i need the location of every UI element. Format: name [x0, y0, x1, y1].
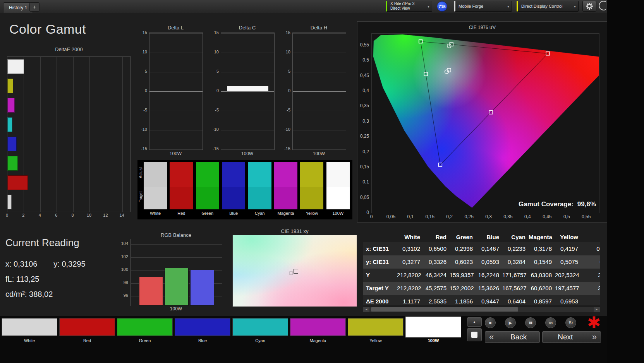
axis-tick-label: -5	[287, 108, 290, 112]
gridline	[293, 130, 346, 130]
pattern-swatch-label: White	[2, 338, 57, 343]
back-button[interactable]: « Back	[485, 331, 540, 343]
axis-tick-label: 5	[216, 69, 219, 74]
window-mode-button[interactable]	[467, 328, 482, 341]
deltae-bar-magenta	[7, 98, 15, 113]
axis-tick-label: 0	[288, 88, 290, 93]
double-chevron-left-icon: «	[485, 332, 498, 342]
gridline	[293, 53, 346, 53]
gridline	[149, 33, 203, 34]
display-control-dropdown[interactable]: Direct Display Control ▾	[517, 1, 579, 12]
x-axis: 00,050,10,150,20,250,30,350,40,450,50,55	[371, 214, 604, 220]
swatch-column-blue: Blue	[222, 160, 245, 219]
scrollbar-thumb[interactable]	[371, 307, 518, 312]
meter-dropdown[interactable]: X-Rite i1Pro 3 Direct View ▾	[386, 1, 432, 12]
axis-tick-label: 0,15	[360, 164, 369, 170]
x-axis-label: 100W	[149, 151, 202, 156]
axis-tick-label: 0,25	[464, 214, 473, 219]
deltae-plot-area	[7, 57, 131, 212]
gridline	[106, 57, 106, 212]
pattern-source-dropdown[interactable]: Mobile Forge ▾	[454, 1, 512, 12]
table-row: y: CIE310,32770,33260,60230,05930,32840,…	[363, 255, 600, 269]
axis-tick-label: 0	[216, 88, 219, 93]
plot-area	[149, 33, 203, 150]
swatch-column-yellow: Yellow	[300, 160, 323, 219]
axis-tick-label: 0,35	[360, 103, 369, 108]
deltae-bar-blue	[7, 137, 17, 151]
notification-asterisk-icon[interactable]: ✱	[587, 313, 601, 332]
pattern-swatch-magenta[interactable]	[290, 318, 346, 336]
gridline	[73, 57, 74, 212]
axis-tick-label: 15	[286, 30, 290, 35]
settings-button[interactable]	[582, 1, 596, 12]
target-swatch	[144, 187, 167, 209]
pattern-swatch-label: 100W	[405, 338, 461, 343]
y-axis: 151050-5-10-15	[211, 33, 220, 149]
table-scrollbar[interactable]: ◄ ►	[363, 306, 600, 312]
scroll-left-icon[interactable]: ◄	[363, 307, 369, 312]
axis-tick-label: -15	[141, 146, 147, 151]
scroll-right-icon[interactable]: ►	[594, 307, 600, 312]
swatch-column-white: White	[144, 160, 167, 219]
gridline	[221, 72, 274, 72]
gridline	[122, 57, 123, 212]
column-header: Blue	[476, 232, 502, 242]
clipped-profile-button[interactable]	[599, 1, 606, 12]
axis-tick-label: 0	[366, 210, 369, 215]
table-cell: 0,9447	[476, 295, 502, 305]
chevron-down-icon: ▾	[425, 4, 432, 9]
app-window: History 1 + X-Rite i1Pro 3 Direct View ▾…	[0, 0, 607, 363]
axis-tick-label: 0,45	[543, 214, 551, 219]
pattern-swatch-yellow[interactable]	[348, 318, 404, 336]
pattern-swatch-blue[interactable]	[175, 318, 230, 336]
axis-tick-label: -10	[284, 127, 290, 132]
chromaticity-plot	[371, 33, 599, 213]
row-label: Target Y	[363, 282, 397, 295]
continuous-read-button[interactable]: ∞	[545, 317, 556, 328]
axis-tick-label: 10	[214, 50, 219, 54]
gridline	[131, 244, 222, 245]
table-cell: 0,6500	[423, 242, 450, 255]
pattern-swatch-white[interactable]	[2, 318, 57, 336]
axis-tick-label: -15	[284, 146, 290, 151]
rgb-balance-chart: RGB Balance 1041021009896 100W	[117, 232, 222, 313]
table-cell: 0,4197	[555, 242, 581, 255]
table-cell: 159,9357	[450, 269, 476, 282]
swatch-column-100w: 100W	[326, 160, 350, 219]
next-button[interactable]: Next »	[542, 331, 601, 343]
chevron-down-icon: ▾	[572, 4, 578, 9]
pattern-swatch-cyan[interactable]	[232, 318, 288, 336]
collapse-button[interactable]: ▲	[467, 317, 482, 327]
swatch-label: Cyan	[248, 211, 271, 216]
tab-history-1[interactable]: History 1	[3, 2, 33, 13]
actual-swatch	[326, 162, 350, 187]
play-button[interactable]: ▶	[505, 317, 516, 328]
table-cell: 2,	[581, 295, 600, 305]
pause-button[interactable]: ▮▮	[525, 317, 536, 328]
actual-swatch	[274, 162, 297, 187]
pattern-swatch-green[interactable]	[117, 318, 173, 336]
x-axis-label: 100W	[131, 306, 222, 312]
table-cell: 212,8202	[397, 282, 423, 295]
deltae-bar-red	[7, 175, 28, 190]
delta-h-chart: Delta H 151050-5-10-15 100W	[283, 25, 346, 158]
swatch-label: Red	[170, 211, 193, 216]
gridline	[293, 91, 346, 92]
table-cell: 15,3626	[476, 282, 502, 295]
stop-button[interactable]: ■	[485, 317, 496, 328]
x-axis-label: 100W	[221, 151, 274, 156]
axis-tick-label: -15	[213, 146, 219, 151]
axis-tick-label: 15	[143, 30, 147, 35]
table-row: Y212,820246,3424159,935716,2248171,67576…	[363, 269, 600, 282]
table-cell: 0,6404	[502, 295, 529, 305]
pattern-swatch-red[interactable]	[59, 318, 115, 336]
refresh-button[interactable]: ↻	[565, 317, 576, 328]
pattern-swatch-label: Magenta	[290, 338, 346, 343]
deltae-bar-100w	[7, 195, 12, 209]
deltae-2000-chart: DeltaE 2000 02468101214	[7, 50, 131, 221]
pattern-swatch-label: Green	[117, 338, 173, 343]
pattern-swatch-100w[interactable]	[405, 317, 461, 337]
status-badge[interactable]: 715	[437, 1, 447, 12]
axis-tick-label: 0,05	[386, 214, 395, 219]
add-tab-button[interactable]: +	[29, 2, 39, 12]
